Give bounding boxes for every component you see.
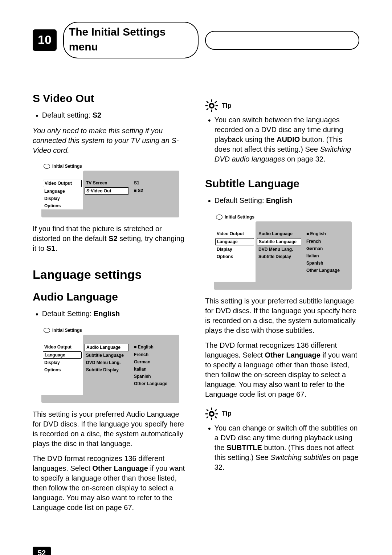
svideo-note: You only need to make this setting if yo… [33,126,187,155]
settings-bottom-bar [41,395,179,403]
bullet-icon [208,423,211,472]
settings-list-item: Audio Language [256,230,303,237]
settings-list-item: Other Language [303,267,352,274]
settings-right-list: S1S2 [130,171,179,209]
audio-default-label: Default Setting: [42,310,94,318]
settings-list-item: TV Screen [83,179,130,187]
settings-list-item: French [303,238,352,245]
settings-bottom-bar [214,282,352,290]
svg-rect-5 [206,101,209,103]
svg-rect-14 [216,413,218,414]
audio-language-heading: Audio Language [33,290,187,305]
settings-list-item: Options [41,202,83,209]
settings-mid-list: Audio LanguageSubtitle LanguageDVD Menu … [256,221,303,281]
settings-list-item: Video Output [214,230,256,237]
subtitle-para2: The DVD format recognizes 136 different … [205,340,359,399]
settings-right-list: EnglishFrenchGermanItalianSpanishOther L… [303,221,352,281]
svg-rect-1 [211,99,212,102]
subtitle-default-text: Default Setting: English [215,196,293,207]
audio-para1: This setting is your preferred Audio Lan… [33,409,187,449]
tip1-text: You can switch between the languages rec… [215,115,359,164]
bullet-icon [208,196,211,207]
subtitle-para1: This setting is your preferred subtitle … [205,296,359,335]
settings-list-item: Italian [130,366,179,373]
settings-list-item: Audio Language [85,344,129,351]
chapter-number: 10 [33,29,57,51]
settings-list-item: Language [41,188,83,195]
svideo-default-label: Default setting: [42,111,93,119]
text-bold: Other Language [93,464,148,472]
disc-icon [44,328,50,333]
settings-bottom-bar [41,209,179,217]
svg-rect-3 [205,105,208,106]
settings-list-item: English [130,343,179,351]
settings-list-item: Video Output [43,180,82,187]
disc-icon [44,164,50,169]
subtitle-settings-screenshot: Initial Settings Video OutputLanguageDis… [214,213,352,289]
settings-mid-list: Audio LanguageSubtitle LanguageDVD Menu … [83,335,130,395]
settings-list-item: Other Language [130,380,179,387]
svg-rect-11 [211,407,212,409]
audio-para2: The DVD format recognizes 136 different … [33,454,187,513]
tip2-header: Tip [205,407,359,420]
bullet-icon [36,309,38,320]
tip-icon [205,407,218,420]
audio-settings-screenshot: Initial Settings Video OutputLanguageDis… [41,326,179,403]
svg-rect-12 [211,417,212,420]
text-bold: AUDIO [277,135,300,143]
settings-list-item: DVD Menu Lang. [256,246,303,253]
settings-list-item: German [303,245,352,252]
settings-title: Initial Settings [52,163,82,169]
audio-default-value: English [94,310,120,318]
settings-left-list: Video OutputLanguageDisplayOptions [214,221,256,281]
language-settings-heading: Language settings [33,266,187,283]
svg-rect-7 [206,108,209,110]
bullet-icon [36,110,38,121]
svideo-default-text: Default setting: S2 [42,110,101,121]
svg-rect-17 [206,416,209,419]
settings-list-item: Subtitle Language [83,352,130,359]
tip2-bullet: You can change or switch off the subtitl… [205,423,359,472]
settings-list-item: Italian [303,252,352,260]
svg-rect-15 [206,409,209,411]
settings-list-item: German [130,358,179,366]
tip1-bullet: You can switch between the languages rec… [205,115,359,164]
settings-list-item: S-Video Out [85,187,129,195]
settings-left-list: Video OutputLanguageDisplayOptions [41,171,83,209]
subtitle-default-label: Default Setting: [215,196,266,204]
tip-icon [205,99,218,112]
svideo-settings-screenshot: Initial Settings Video OutputLanguageDis… [41,162,179,217]
text-italic: Switching subtitles [270,453,330,461]
blank-header-bubble [205,31,359,50]
settings-list-item: DVD Menu Lang. [83,359,130,366]
page-number: 52 [33,547,51,555]
svg-rect-13 [205,413,208,414]
svg-rect-18 [215,416,217,419]
svg-rect-8 [215,108,217,110]
svideo-after-text: If you find that the picture is stretche… [33,224,187,253]
tip2-text: You can change or switch off the subtitl… [215,423,359,472]
subtitle-default-row: Default Setting: English [205,196,359,207]
settings-left-list: Video OutputLanguageDisplayOptions [41,335,83,395]
text-bold: S2 [109,234,117,242]
subtitle-default-value: English [266,196,292,204]
settings-list-item: English [303,230,352,237]
settings-list-item: French [130,351,179,358]
settings-title: Initial Settings [225,214,254,220]
audio-default-text: Default Setting: English [42,309,120,320]
svg-rect-16 [215,409,217,411]
svideo-heading: S Video Out [33,91,187,106]
settings-title: Initial Settings [52,327,82,333]
svideo-default-value: S2 [93,111,101,119]
chapter-header: 10 The Initial Settings menu [33,22,359,58]
svg-rect-4 [216,105,218,106]
tip1-header: Tip [205,99,359,112]
page-footer: 52 En [33,547,359,555]
text-bold: Other Language [265,351,320,359]
settings-list-item: Video Output [41,343,83,351]
text: . [55,244,57,252]
settings-list-item: Spanish [130,373,179,380]
right-column: Tip You can switch between the languages… [205,91,359,518]
svg-rect-2 [211,110,212,112]
settings-list-item: Spanish [303,260,352,267]
